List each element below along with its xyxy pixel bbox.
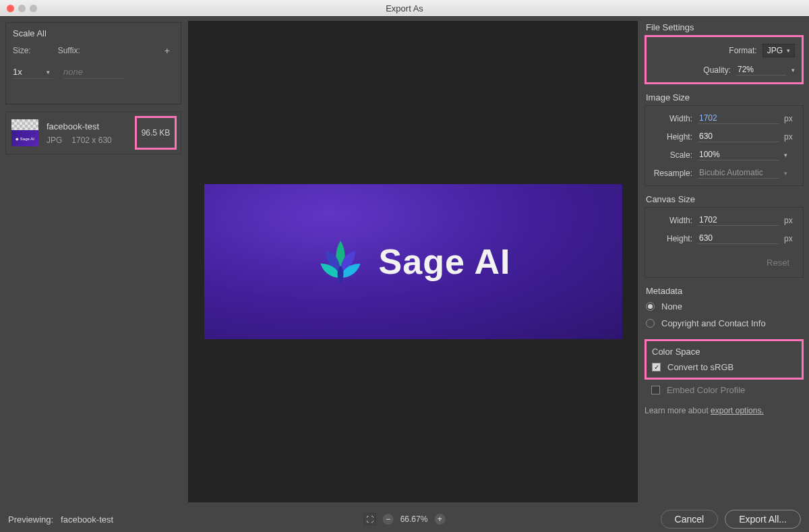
- width-label: Width:: [669, 114, 692, 123]
- resample-select[interactable]: [698, 167, 779, 179]
- preview-area: Sage AI: [188, 21, 638, 502]
- asset-format: JPG: [47, 136, 62, 145]
- metadata-section: Metadata None Copyright and Contact Info: [645, 286, 804, 331]
- asset-dimensions: 1702 x 630: [71, 136, 111, 145]
- chevron-down-icon[interactable]: ▾: [47, 69, 50, 76]
- asset-thumbnail: ◆ Sage AI: [11, 119, 38, 146]
- canvas-width-label: Width:: [669, 216, 692, 225]
- canvas-size-title: Canvas Size: [645, 194, 804, 207]
- footer: Previewing: facebook-test ⛶ − 66.67% + C…: [0, 506, 809, 532]
- cancel-button[interactable]: Cancel: [661, 510, 719, 529]
- convert-srgb-option[interactable]: ✓ Convert to sRGB: [652, 362, 796, 372]
- format-label: Format:: [729, 46, 756, 55]
- scale-label: Scale:: [670, 150, 692, 160]
- format-value: JPG: [767, 46, 783, 55]
- color-space-section: Color Space ✓ Convert to sRGB Embed Colo…: [645, 339, 804, 395]
- canvas-width-input[interactable]: [698, 214, 779, 226]
- preview-image: Sage AI: [204, 184, 622, 339]
- metadata-copyright-label: Copyright and Contact Info: [661, 318, 766, 328]
- convert-srgb-label: Convert to sRGB: [667, 362, 733, 372]
- chevron-down-icon[interactable]: ▾: [791, 67, 795, 73]
- asset-filesize: 96.5 KB: [135, 116, 177, 150]
- canvas-size-section: Canvas Size Width: px Height: px Reset: [645, 194, 804, 278]
- size-label: Size:: [13, 46, 31, 55]
- resample-label: Resample:: [654, 169, 692, 178]
- canvas-height-unit: px: [784, 234, 796, 243]
- transparency-checker-icon: [11, 119, 38, 130]
- zoom-out-button[interactable]: −: [383, 514, 394, 525]
- previewing-label: Previewing:: [8, 514, 53, 525]
- window-title: Export As: [0, 3, 809, 13]
- checkbox-checked-icon: ✓: [652, 363, 661, 372]
- image-size-section: Image Size Width: px Height: px Scale: ▾: [645, 92, 804, 186]
- zoom-in-button[interactable]: +: [434, 514, 445, 525]
- add-scale-button[interactable]: +: [160, 45, 174, 56]
- brand-lotus-icon: [316, 235, 365, 288]
- image-width-input[interactable]: [698, 113, 779, 124]
- chevron-down-icon[interactable]: ▾: [784, 152, 796, 158]
- right-column: File Settings Format: JPG ▾ Quality: ▾ I…: [640, 17, 809, 506]
- scale-all-panel: Scale All Size: Suffix: + ▾: [5, 22, 181, 105]
- quality-label: Quality:: [703, 65, 731, 75]
- color-space-panel: Color Space ✓ Convert to sRGB: [645, 339, 804, 380]
- export-all-button[interactable]: Export All...: [725, 510, 801, 529]
- file-settings-section: File Settings Format: JPG ▾ Quality: ▾: [645, 22, 804, 84]
- zoom-value: 66.67%: [400, 514, 428, 524]
- learn-more: Learn more about export options.: [645, 403, 804, 415]
- fit-screen-icon[interactable]: ⛶: [364, 513, 376, 525]
- file-settings-title: File Settings: [645, 22, 804, 35]
- file-settings-panel: Format: JPG ▾ Quality: ▾: [645, 35, 804, 84]
- checkbox-unchecked-icon: [651, 386, 660, 394]
- asset-name: facebook-test: [47, 121, 112, 131]
- metadata-none-label: None: [661, 301, 682, 312]
- metadata-none-option[interactable]: None: [646, 301, 802, 312]
- embed-profile-option[interactable]: Embed Color Profile: [645, 380, 804, 395]
- suffix-input[interactable]: [63, 65, 124, 79]
- format-select[interactable]: JPG ▾: [762, 44, 795, 57]
- export-options-link[interactable]: export options.: [711, 406, 764, 415]
- learn-prefix: Learn more about: [645, 406, 711, 415]
- zoom-controls: ⛶ − 66.67% +: [364, 513, 446, 525]
- radio-off-icon: [646, 319, 655, 328]
- image-scale-input[interactable]: [698, 149, 779, 160]
- brand-text: Sage AI: [379, 241, 511, 282]
- scale-all-title: Scale All: [6, 23, 181, 40]
- canvas-width-unit: px: [784, 216, 796, 225]
- thumbnail-preview-icon: ◆ Sage AI: [11, 130, 38, 146]
- color-space-title: Color Space: [652, 347, 796, 362]
- asset-entry[interactable]: ◆ Sage AI facebook-test JPG 1702 x 630 9…: [5, 111, 181, 154]
- height-unit: px: [784, 132, 796, 142]
- suffix-label: Suffix:: [58, 46, 80, 55]
- embed-profile-label: Embed Color Profile: [667, 385, 745, 395]
- height-label: Height:: [667, 132, 692, 142]
- canvas-height-label: Height:: [667, 234, 692, 243]
- metadata-title: Metadata: [645, 286, 804, 299]
- titlebar: Export As: [0, 0, 809, 17]
- image-height-input[interactable]: [698, 131, 779, 142]
- metadata-copyright-option[interactable]: Copyright and Contact Info: [646, 318, 802, 328]
- image-size-title: Image Size: [645, 92, 804, 105]
- reset-button[interactable]: Reset: [760, 255, 796, 270]
- chevron-down-icon[interactable]: ▾: [784, 170, 796, 177]
- chevron-down-icon: ▾: [787, 47, 790, 54]
- left-column: Scale All Size: Suffix: + ▾: [0, 17, 185, 506]
- canvas-height-input[interactable]: [698, 233, 779, 244]
- width-unit: px: [784, 114, 796, 123]
- quality-input[interactable]: [736, 64, 786, 76]
- previewing-name: facebook-test: [61, 514, 113, 525]
- radio-on-icon: [646, 302, 655, 311]
